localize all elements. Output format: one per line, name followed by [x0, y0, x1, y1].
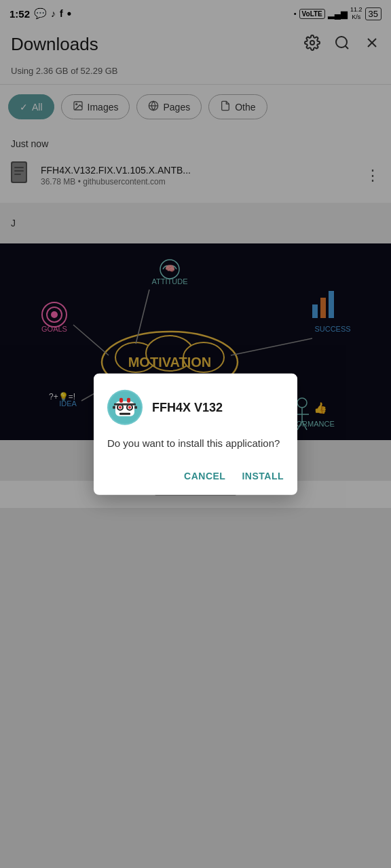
dialog-buttons: CANCEL INSTALL [107, 467, 284, 484]
svg-point-56 [119, 406, 122, 409]
install-dialog: FFH4X V132 Do you want to install this a… [94, 374, 297, 495]
svg-rect-59 [113, 406, 115, 409]
svg-rect-60 [134, 406, 137, 409]
dialog-message: Do you want to install this application? [107, 436, 284, 452]
svg-rect-62 [119, 398, 123, 403]
app-icon [107, 390, 143, 425]
svg-point-57 [128, 406, 131, 409]
svg-rect-63 [127, 398, 130, 403]
svg-rect-58 [119, 413, 130, 415]
install-button[interactable]: INSTALL [242, 467, 284, 484]
svg-rect-61 [114, 403, 136, 406]
dialog-header: FFH4X V132 [107, 390, 284, 425]
dialog-app-name: FFH4X V132 [152, 400, 223, 414]
cancel-button[interactable]: CANCEL [184, 467, 225, 484]
